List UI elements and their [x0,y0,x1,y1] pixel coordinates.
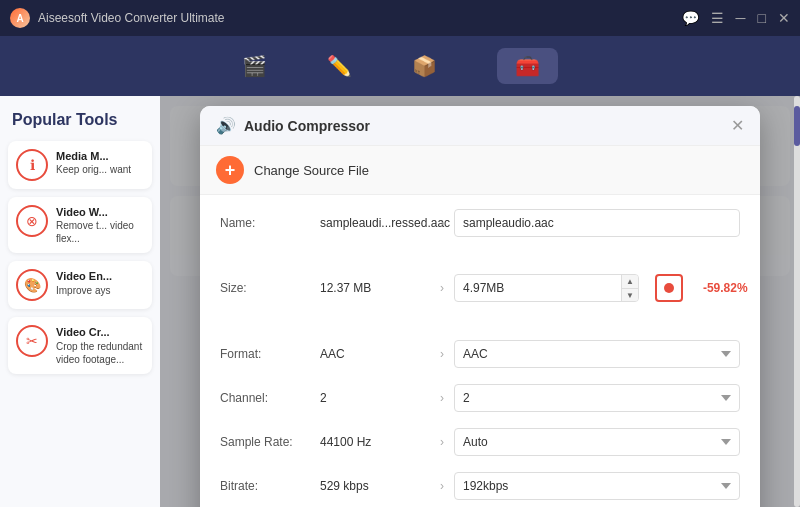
sidebar-item-watermark-desc: Remove t... video flex... [56,219,144,245]
slider-box[interactable] [655,274,683,302]
sidebar: Popular Tools ℹ Media M... Keep orig... … [0,96,160,507]
bitrate-label: Bitrate: [220,479,320,493]
chat-icon[interactable]: 💬 [682,10,699,26]
form-area: Name: sampleaudi...ressed.aac › Size: 12… [200,195,760,507]
sidebar-item-crop-text: Video Cr... Crop the redundant video foo… [56,325,144,365]
channel-arrow: › [440,391,444,405]
sidebar-item-media-title: Media M... [56,149,131,163]
name-arrow: › [440,216,444,230]
modal-title-icon: 🔊 [216,116,236,135]
add-source-button[interactable]: + [216,156,244,184]
compress-icon: 📦 [412,54,437,78]
app-title: Aiseesoft Video Converter Ultimate [38,11,225,25]
app-icon: A [10,8,30,28]
format-select[interactable]: AAC MP3 OGG FLAC [454,340,740,368]
menu-icon[interactable]: ☰ [711,10,724,26]
size-percent: -59.82% [703,281,748,295]
sidebar-item-media-metadata[interactable]: ℹ Media M... Keep orig... want [8,141,152,189]
name-original: sampleaudi...ressed.aac [320,216,430,230]
sidebar-item-media-desc: Keep orig... want [56,163,131,176]
size-spinners: ▲ ▼ [621,274,638,302]
modal-title: Audio Compressor [244,118,370,134]
convert-icon: 🎬 [242,54,267,78]
format-arrow: › [440,347,444,361]
name-input[interactable] [454,209,740,237]
sidebar-item-video-crop[interactable]: ✂ Video Cr... Crop the redundant video f… [8,317,152,373]
toolbar-item-edit[interactable]: ✏️ [327,54,352,78]
maximize-button[interactable]: □ [758,10,766,26]
bitrate-select[interactable]: 128kbps 192kbps 256kbps 320kbps [454,472,740,500]
close-button[interactable]: ✕ [778,10,790,26]
title-bar-controls: 💬 ☰ ─ □ ✕ [682,10,790,26]
main-content: 🔊 Audio Compressor ✕ + Change Source Fil… [160,96,800,507]
edit-icon: ✏️ [327,54,352,78]
size-input[interactable] [455,281,621,295]
toolbar-item-convert[interactable]: 🎬 [242,54,267,78]
slider-dot [664,283,674,293]
modal-header: 🔊 Audio Compressor ✕ [200,106,760,146]
sample-rate-arrow: › [440,435,444,449]
size-input-wrapper: ▲ ▼ [454,274,639,302]
size-original: 12.37 MB [320,281,430,295]
video-watermark-icon: ⊗ [16,205,48,237]
scrollbar-thumb[interactable] [794,106,800,146]
size-row: Size: 12.37 MB › ▲ ▼ [220,251,740,326]
size-spin-up[interactable]: ▲ [622,274,638,289]
main-toolbar: 🎬 ✏️ 📦 🧰 [0,36,800,96]
bitrate-original: 529 kbps [320,479,430,493]
minimize-button[interactable]: ─ [736,10,746,26]
toolbar-item-compress[interactable]: 📦 [412,54,437,78]
modal-overlay: 🔊 Audio Compressor ✕ + Change Source Fil… [160,96,800,507]
format-original: AAC [320,347,430,361]
sidebar-title: Popular Tools [8,111,152,129]
format-row: Format: AAC › AAC MP3 OGG FLAC [220,338,740,370]
channel-label: Channel: [220,391,320,405]
toolbar-item-toolbox[interactable]: 🧰 [497,48,558,84]
sample-rate-label: Sample Rate: [220,435,320,449]
sidebar-item-enhancer-title: Video En... [56,269,112,283]
media-metadata-icon: ℹ [16,149,48,181]
size-label: Size: [220,281,320,295]
slider-container [655,274,683,302]
toolbox-icon: 🧰 [515,54,540,78]
sidebar-item-enhancer-desc: Improve ays [56,284,112,297]
sidebar-item-watermark-text: Video W... Remove t... video flex... [56,205,144,245]
sidebar-item-crop-title: Video Cr... [56,325,144,339]
sidebar-item-watermark-title: Video W... [56,205,144,219]
format-label: Format: [220,347,320,361]
size-spin-down[interactable]: ▼ [622,289,638,303]
channel-select[interactable]: 2 1 [454,384,740,412]
size-arrow: › [440,281,444,295]
title-bar-left: A Aiseesoft Video Converter Ultimate [10,8,225,28]
change-source-label: Change Source File [254,163,369,178]
sample-rate-select[interactable]: Auto 44100 Hz 48000 Hz [454,428,740,456]
modal-close-button[interactable]: ✕ [731,116,744,135]
sidebar-item-enhancer-text: Video En... Improve ays [56,269,112,296]
video-enhancer-icon: 🎨 [16,269,48,301]
content-area: Popular Tools ℹ Media M... Keep orig... … [0,96,800,507]
channel-row: Channel: 2 › 2 1 [220,382,740,414]
scrollbar[interactable] [794,96,800,507]
channel-original: 2 [320,391,430,405]
sidebar-item-media-text: Media M... Keep orig... want [56,149,131,176]
bitrate-arrow: › [440,479,444,493]
title-bar: A Aiseesoft Video Converter Ultimate 💬 ☰… [0,0,800,36]
sample-rate-row: Sample Rate: 44100 Hz › Auto 44100 Hz 48… [220,426,740,458]
name-label: Name: [220,216,320,230]
audio-compressor-modal: 🔊 Audio Compressor ✕ + Change Source Fil… [200,106,760,507]
sidebar-item-video-watermark[interactable]: ⊗ Video W... Remove t... video flex... [8,197,152,253]
change-source-bar: + Change Source File [200,146,760,195]
name-row: Name: sampleaudi...ressed.aac › [220,207,740,239]
video-crop-icon: ✂ [16,325,48,357]
size-row-extra: ▲ ▼ -59.82% [454,251,760,326]
bitrate-row: Bitrate: 529 kbps › 128kbps 192kbps 256k… [220,470,740,502]
sidebar-item-video-enhancer[interactable]: 🎨 Video En... Improve ays [8,261,152,309]
sidebar-item-crop-desc: Crop the redundant video footage... [56,340,144,366]
modal-title-row: 🔊 Audio Compressor [216,116,370,135]
sample-rate-original: 44100 Hz [320,435,430,449]
